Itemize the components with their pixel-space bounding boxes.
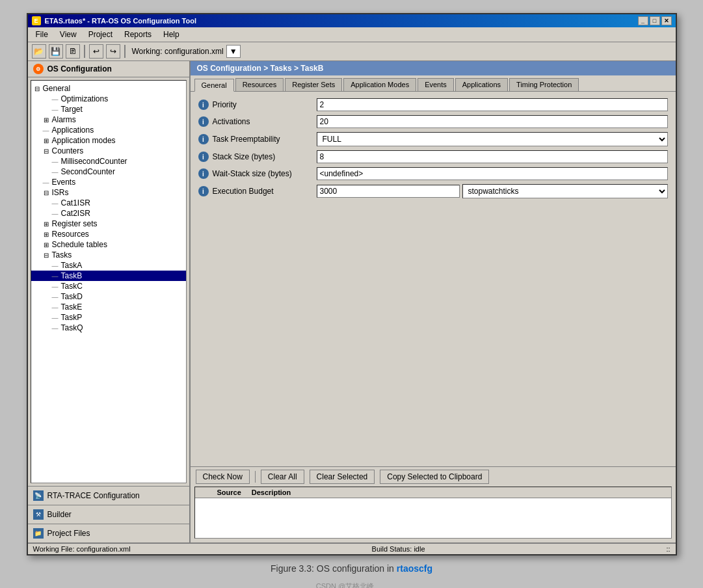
tree-item-seccounter[interactable]: —SecondCounter	[31, 167, 186, 177]
tree-label-appmodes: Application modes	[52, 136, 116, 145]
tab-timing-protection[interactable]: Timing Protection	[509, 78, 579, 91]
activations-input[interactable]	[317, 115, 668, 128]
stack-size-row: i Stack Size (bytes)	[198, 150, 668, 163]
tab-register-sets[interactable]: Register Sets	[285, 78, 342, 91]
tree-item-applications[interactable]: —Applications	[31, 125, 186, 135]
tree-item-taskd[interactable]: —TaskD	[31, 291, 186, 302]
tree-item-cat2isr[interactable]: —Cat2ISR	[31, 208, 186, 219]
tree-item-general[interactable]: ⊟General	[31, 83, 186, 94]
preemptability-select[interactable]: FULL NON	[317, 132, 668, 146]
wait-stack-row: i Wait-Stack size (bytes)	[198, 167, 668, 180]
tree-item-isrs[interactable]: ⊟ISRs	[31, 187, 186, 198]
toolbar-save-btn[interactable]: 💾	[49, 44, 63, 59]
toolbar-btn4[interactable]: ↩	[89, 44, 103, 59]
tree-item-target[interactable]: —Target	[31, 104, 186, 114]
tree-label-isrs: ISRs	[52, 188, 69, 197]
status-bar: Working File: configuration.xml Build St…	[28, 542, 676, 554]
tab-events[interactable]: Events	[418, 78, 454, 91]
stack-size-input[interactable]	[317, 150, 668, 163]
maximize-button[interactable]: □	[650, 16, 660, 25]
tab-applications[interactable]: Applications	[455, 78, 508, 91]
tree-label-taska: TaskA	[61, 261, 83, 270]
tree-item-taska[interactable]: —TaskA	[31, 260, 186, 271]
exec-budget-unit-select[interactable]: stopwatchticks ticks	[462, 184, 668, 198]
tree-item-cat1isr[interactable]: —Cat1ISR	[31, 198, 186, 208]
app-icon: E	[32, 16, 41, 25]
menu-view[interactable]: View	[55, 29, 82, 40]
toolbar-btn3[interactable]: 🖹	[66, 44, 80, 59]
priority-label: Priority	[213, 100, 317, 109]
tree-item-alarms[interactable]: ⊞Alarms	[31, 114, 186, 125]
tree-item-appmodes[interactable]: ⊞Application modes	[31, 135, 186, 146]
priority-input[interactable]	[317, 98, 668, 111]
clear-all-button[interactable]: Clear All	[261, 470, 304, 484]
tab-general[interactable]: General	[194, 79, 234, 92]
tree-label-taskp: TaskP	[61, 313, 83, 322]
activations-info-icon: i	[198, 116, 209, 127]
toolbar-separator	[84, 45, 85, 58]
tree-label-mscounter: MillisecondCounter	[61, 157, 127, 166]
toolbar-btn5[interactable]: ↪	[106, 44, 120, 59]
menu-file[interactable]: File	[31, 29, 53, 40]
tab-bar: General Resources Register Sets Applicat…	[191, 75, 676, 92]
title-bar: E ETAS.rtaos* - RTA-OS OS Configuration …	[28, 14, 676, 27]
project-files-label: Project Files	[47, 529, 90, 538]
tree-label-optimizations: Optimizations	[61, 94, 109, 103]
exec-budget-input[interactable]	[317, 185, 460, 198]
tree-item-taskb[interactable]: —TaskB	[31, 271, 186, 281]
check-now-button[interactable]: Check Now	[196, 470, 250, 484]
tree-item-optimizations[interactable]: —Optimizations	[31, 94, 186, 104]
project-files-icon: 📁	[33, 528, 44, 539]
tab-resources[interactable]: Resources	[235, 78, 284, 91]
toolbar-config-dropdown[interactable]: ▼	[226, 45, 241, 58]
tree-item-resources[interactable]: ⊞Resources	[31, 229, 186, 239]
tree-item-taske[interactable]: —TaskE	[31, 302, 186, 312]
build-status: Build Status: idle	[372, 545, 425, 553]
wait-stack-info-icon: i	[198, 168, 209, 179]
copy-clipboard-button[interactable]: Copy Selected to Clipboard	[380, 470, 489, 484]
menu-help[interactable]: Help	[158, 29, 185, 40]
tree-label-cat2isr: Cat2ISR	[61, 209, 90, 218]
tree-label-resources: Resources	[52, 230, 89, 239]
form-area: i Priority i Activations i Task Preempta…	[191, 92, 676, 466]
tree-label-seccounter: SecondCounter	[61, 167, 115, 176]
wait-stack-input[interactable]	[317, 167, 668, 180]
tree-item-tasks[interactable]: ⊟Tasks	[31, 250, 186, 260]
clear-selected-button[interactable]: Clear Selected	[310, 470, 375, 484]
minimize-button[interactable]: _	[638, 16, 648, 25]
toolbar-open-btn[interactable]: 📂	[32, 44, 46, 59]
caption-area: Figure 3.3: OS configuration in rtaoscfg	[271, 555, 432, 581]
log-area: Source Description	[194, 487, 672, 539]
panel-title: OS Configuration	[47, 64, 112, 74]
close-button[interactable]: ✕	[661, 16, 672, 25]
tree-label-counters: Counters	[52, 146, 84, 155]
menu-project[interactable]: Project	[83, 29, 118, 40]
tree-item-events[interactable]: —Events	[31, 177, 186, 187]
tree-item-taskq[interactable]: —TaskQ	[31, 323, 186, 333]
tree-item-regsets[interactable]: ⊞Register sets	[31, 219, 186, 229]
project-files-item[interactable]: 📁 Project Files	[28, 524, 189, 542]
toolbar-separator2	[124, 45, 126, 58]
builder-item[interactable]: ⚒ Builder	[28, 505, 189, 524]
tree-label-regsets: Register sets	[52, 219, 98, 228]
exec-budget-row: i Execution Budget stopwatchticks ticks	[198, 184, 668, 198]
panel-icon: ⚙	[33, 64, 44, 74]
activations-row: i Activations	[198, 115, 668, 128]
tree-item-mscounter[interactable]: —MillisecondCounter	[31, 156, 186, 167]
rta-trace-label: RTA-TRACE Configuration	[47, 491, 140, 500]
tree-item-taskc[interactable]: —TaskC	[31, 281, 186, 291]
tree-item-taskp[interactable]: —TaskP	[31, 312, 186, 323]
tree-label-taske: TaskE	[61, 302, 83, 312]
menu-reports[interactable]: Reports	[119, 29, 157, 40]
menu-bar: File View Project Reports Help	[28, 27, 676, 42]
rta-trace-item[interactable]: 📡 RTA-TRACE Configuration	[28, 486, 189, 505]
tab-application-modes[interactable]: Application Modes	[343, 78, 416, 91]
priority-info-icon: i	[198, 100, 209, 110]
tree-label-taskc: TaskC	[61, 282, 83, 291]
tree-item-counters[interactable]: ⊟Counters	[31, 146, 186, 156]
tree-label-tasks: Tasks	[52, 250, 72, 260]
toolbar-working-label: Working: configuration.xml	[132, 47, 224, 56]
tree-item-schedtables[interactable]: ⊞Schedule tables	[31, 239, 186, 250]
log-header: Source Description	[195, 487, 671, 498]
preemptability-info-icon: i	[198, 134, 209, 144]
